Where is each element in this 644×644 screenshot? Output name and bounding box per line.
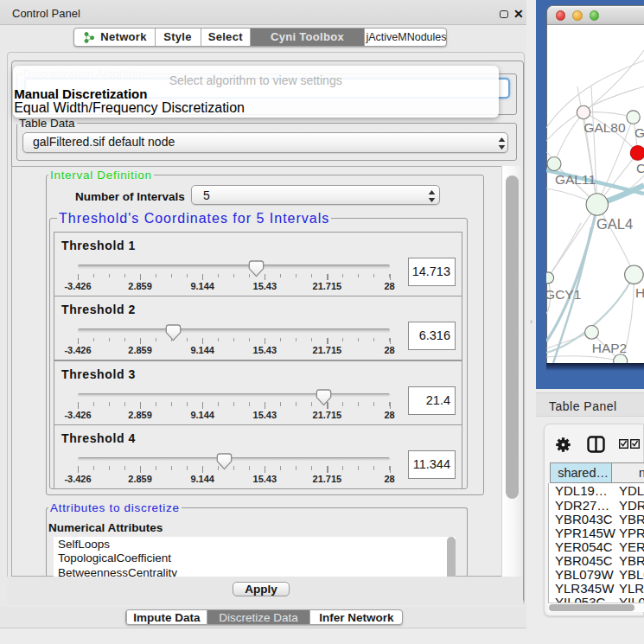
svg-text:C: C	[636, 161, 644, 175]
svg-text:GCY1: GCY1	[546, 287, 581, 302]
svg-text:H: H	[635, 285, 644, 300]
svg-text:GAL80: GAL80	[583, 120, 626, 135]
svg-text:GAL4: GAL4	[596, 216, 633, 232]
svg-text:HAP2: HAP2	[592, 341, 628, 355]
svg-text:GAL11: GAL11	[555, 172, 596, 187]
svg-text:GA: GA	[634, 125, 644, 140]
